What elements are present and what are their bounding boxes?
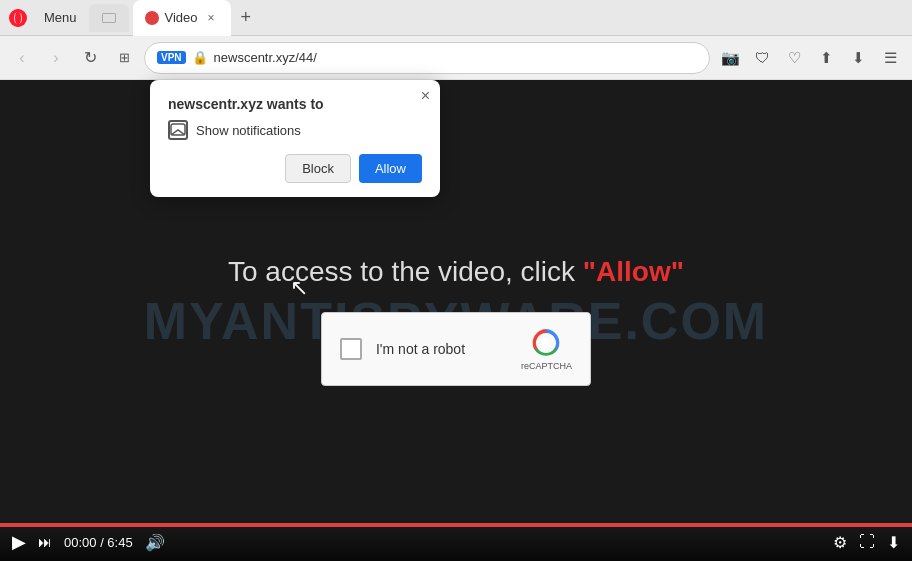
video-download-button[interactable]: ⬇ — [887, 533, 900, 552]
settings-button[interactable]: ⚙ — [833, 533, 847, 552]
fullscreen-button[interactable]: ⛶ — [859, 533, 875, 551]
recaptcha-label: I'm not a robot — [376, 341, 465, 357]
recaptcha-brand-text: reCAPTCHA — [521, 361, 572, 371]
skip-button[interactable]: ⏭ — [38, 534, 52, 550]
recaptcha-checkbox[interactable] — [340, 338, 362, 360]
vpn-badge: VPN — [157, 51, 186, 64]
notification-icon — [168, 120, 188, 140]
opera-logo — [8, 8, 28, 28]
popup-title: newscentr.xyz wants to — [168, 96, 422, 112]
toolbar-icons: 📷 🛡 ♡ ⬆ ⬇ ☰ — [716, 44, 904, 72]
address-bar[interactable]: VPN 🔒 newscentr.xyz/44/ — [144, 42, 710, 74]
progress-bar[interactable] — [0, 523, 912, 527]
share-icon-button[interactable]: ⬆ — [812, 44, 840, 72]
browser-menu-icon-button[interactable]: ☰ — [876, 44, 904, 72]
video-main-text: To access to the video, click "Allow" — [228, 256, 684, 288]
address-bar-row: ‹ › ↻ ⊞ VPN 🔒 newscentr.xyz/44/ 📷 🛡 ♡ ⬆ … — [0, 36, 912, 80]
recaptcha-logo: reCAPTCHA — [521, 327, 572, 371]
new-tab-button[interactable]: + — [235, 5, 258, 30]
block-button[interactable]: Block — [285, 154, 351, 183]
svg-point-3 — [541, 338, 551, 348]
recaptcha-box: I'm not a robot reCAPTCHA — [321, 312, 591, 386]
popup-notif-text: Show notifications — [196, 123, 301, 138]
video-allow-text: "Allow" — [583, 256, 684, 287]
browser-frame: Menu Video × + ‹ › ↻ ⊞ VPN 🔒 newscentr.x… — [0, 0, 912, 561]
popup-buttons: Block Allow — [168, 154, 422, 183]
tab-title: Video — [165, 10, 198, 25]
play-button[interactable]: ▶ — [12, 531, 26, 553]
allow-button[interactable]: Allow — [359, 154, 422, 183]
time-display: 00:00 / 6:45 — [64, 535, 133, 550]
active-tab[interactable]: Video × — [133, 0, 231, 36]
tab-close-button[interactable]: × — [204, 9, 219, 27]
volume-button[interactable]: 🔊 — [145, 533, 165, 552]
video-controls: ▶ ⏭ 00:00 / 6:45 🔊 ⚙ ⛶ ⬇ — [0, 523, 912, 561]
video-text-before: To access to the video, click — [228, 256, 583, 287]
lock-icon: 🔒 — [192, 50, 208, 65]
reload-button[interactable]: ↻ — [76, 44, 104, 72]
download-icon-button[interactable]: ⬇ — [844, 44, 872, 72]
url-display: newscentr.xyz/44/ — [214, 50, 697, 65]
back-button[interactable]: ‹ — [8, 44, 36, 72]
popup-close-button[interactable]: × — [421, 88, 430, 104]
shield-icon-button[interactable]: 🛡 — [748, 44, 776, 72]
tab-favicon — [145, 11, 159, 25]
camera-icon-button[interactable]: 📷 — [716, 44, 744, 72]
video-content: To access to the video, click "Allow" I'… — [228, 256, 684, 386]
tabs-button[interactable]: ⊞ — [110, 44, 138, 72]
notification-popup: × newscentr.xyz wants to Show notificati… — [150, 80, 440, 197]
forward-button[interactable]: › — [42, 44, 70, 72]
video-area: MYANTISPYWARE.COM ↖ To access to the vid… — [0, 80, 912, 561]
heart-icon-button[interactable]: ♡ — [780, 44, 808, 72]
tab-bar: Menu Video × + — [0, 0, 912, 36]
popup-notification-row: Show notifications — [168, 120, 422, 140]
menu-button[interactable]: Menu — [36, 6, 85, 29]
